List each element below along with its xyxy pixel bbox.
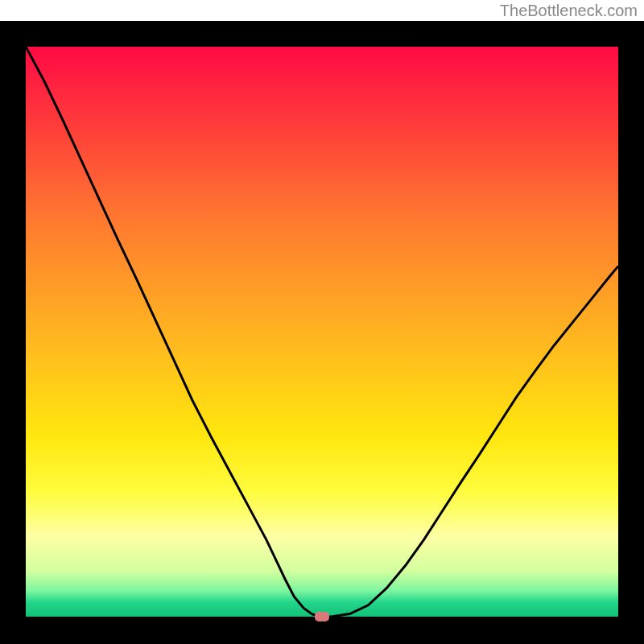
svg-rect-3 bbox=[618, 21, 644, 644]
plot-background bbox=[26, 47, 618, 617]
attribution-label: TheBottleneck.com bbox=[500, 2, 638, 20]
svg-rect-2 bbox=[0, 21, 26, 644]
bottleneck-chart bbox=[0, 0, 644, 644]
svg-rect-0 bbox=[0, 21, 644, 47]
optimum-marker bbox=[315, 612, 329, 621]
chart-container: TheBottleneck.com bbox=[0, 0, 644, 644]
